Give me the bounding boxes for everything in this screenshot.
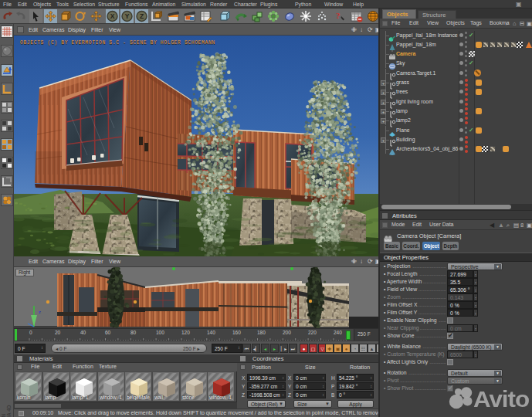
svg-text:Z: Z bbox=[140, 12, 144, 20]
svg-text:Avito: Avito bbox=[473, 386, 530, 412]
svg-text:X: X bbox=[110, 12, 115, 20]
svg-text:?: ? bbox=[336, 11, 341, 20]
svg-text:z: z bbox=[39, 310, 41, 314]
svg-text:OBJECTS (C) BY EVERMOTION S.C: OBJECTS (C) BY EVERMOTION S.C - SCENE BY… bbox=[20, 40, 215, 46]
svg-text:Y: Y bbox=[125, 12, 130, 20]
